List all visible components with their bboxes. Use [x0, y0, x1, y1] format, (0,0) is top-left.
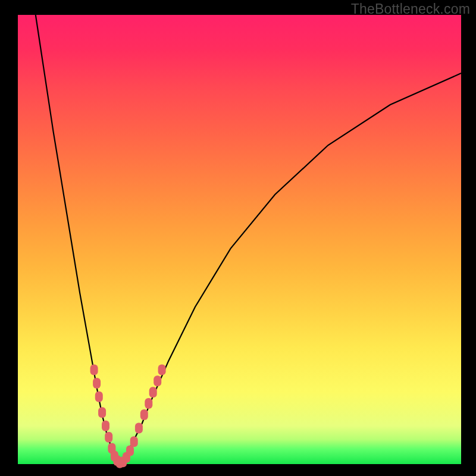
chart-svg	[18, 15, 461, 464]
marker-point	[105, 432, 112, 443]
marker-point	[140, 409, 148, 420]
marker-point	[98, 407, 106, 418]
marker-point	[154, 375, 161, 386]
marker-point	[102, 421, 109, 431]
marker-point	[130, 436, 138, 447]
right-v-curve	[120, 73, 461, 464]
marker-point	[126, 445, 134, 456]
watermark-text: TheBottleneck.com	[351, 1, 470, 17]
plot-area	[18, 15, 461, 464]
marker-point	[145, 398, 152, 409]
marker-point	[93, 378, 101, 389]
marker-group	[90, 365, 166, 468]
marker-point	[90, 365, 98, 375]
marker-point	[95, 392, 103, 402]
marker-point	[149, 387, 157, 397]
left-v-curve	[36, 15, 120, 464]
marker-point	[158, 365, 166, 375]
marker-point	[135, 423, 143, 434]
chart-frame: TheBottleneck.com	[0, 0, 476, 476]
